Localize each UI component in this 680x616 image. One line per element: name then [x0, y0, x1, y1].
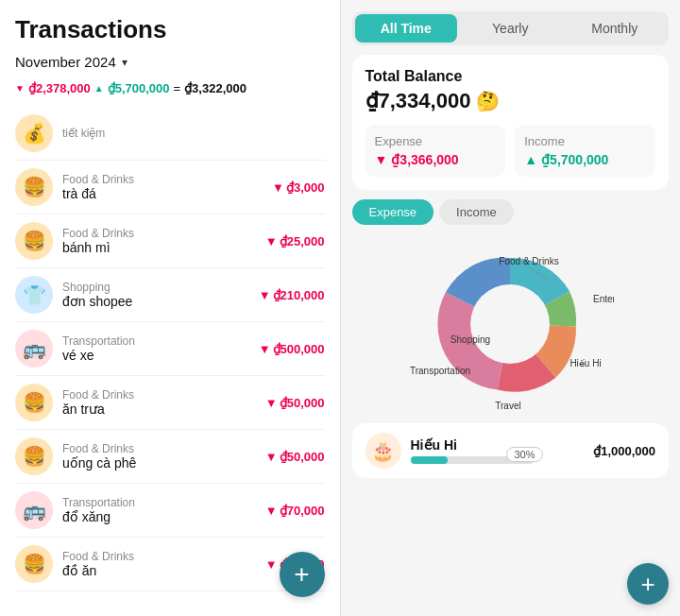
- chart-label-travel: Travel: [496, 401, 521, 411]
- transaction-icon: 🍔: [15, 222, 53, 260]
- transaction-name: uống cà phê: [62, 455, 265, 471]
- amount-arrow-icon: ▼: [265, 234, 278, 248]
- chart-label-transportation: Transportation: [410, 366, 470, 376]
- transaction-category: Shopping: [62, 281, 259, 294]
- transaction-amount: ▼₫25,000: [265, 234, 325, 248]
- transaction-icon: 🍔: [15, 384, 53, 421]
- transaction-icon: 🚌: [15, 330, 53, 368]
- list-item[interactable]: 🍔 Food & Drinks trà đá ▼₫3,000: [15, 161, 325, 214]
- amount-arrow-icon: ▼: [265, 450, 278, 464]
- tab-bar: All Time Yearly Monthly: [352, 11, 670, 45]
- transaction-amount: ▼₫3,000: [272, 180, 324, 195]
- tab-all-time[interactable]: All Time: [355, 14, 458, 43]
- month-label: November 2024: [15, 54, 116, 70]
- transaction-info: Food & Drinks trà đá: [62, 173, 272, 201]
- transaction-icon: 🍔: [15, 437, 53, 475]
- page-title: Transactions: [15, 15, 325, 44]
- transaction-category: Food & Drinks: [62, 227, 265, 240]
- transaction-category: Food & Drinks: [62, 388, 265, 402]
- amount-arrow-icon: ▼: [259, 342, 271, 356]
- bottom-item-icon: 🎂: [366, 433, 401, 469]
- transaction-info: Food & Drinks ăn trưa: [62, 388, 265, 417]
- list-item[interactable]: 🍔 Food & Drinks đồ ăn ▼₫70,000: [15, 538, 325, 591]
- amount-arrow-icon: ▼: [265, 396, 278, 410]
- expense-arrow-icon: ▼: [15, 83, 25, 94]
- right-panel: All Time Yearly Monthly Total Balance ₫7…: [341, 0, 681, 616]
- donut-chart: Food & Drinks Entertainment Shopping Tra…: [406, 234, 614, 414]
- add-chart-button[interactable]: +: [627, 563, 669, 605]
- transaction-name: ăn trưa: [62, 402, 265, 417]
- transaction-icon: 🚌: [15, 491, 53, 529]
- transaction-info: Food & Drinks bánh mì: [62, 227, 265, 255]
- transactions-list: 💰 tiết kiệm 🍔 Food & Drinks trà đá ▼₫3,0…: [15, 107, 325, 601]
- transaction-info: Food & Drinks đồ ăn: [62, 550, 265, 578]
- list-item[interactable]: 🍔 Food & Drinks bánh mì ▼₫25,000: [15, 214, 325, 268]
- income-label: Income: [524, 134, 646, 148]
- expense-box: Expense ▼ ₫3,366,000: [366, 125, 506, 177]
- amount-arrow-icon: ▼: [272, 180, 284, 195]
- expense-arrow-icon: ▼: [375, 152, 388, 167]
- chart-toggle: Expense Income: [352, 199, 670, 225]
- donut-hole: [470, 284, 550, 364]
- chart-label-hieu-hi: Hiếu Hi: [570, 358, 602, 368]
- income-amount: ▲ ₫5,700,000: [524, 152, 646, 167]
- transaction-amount: ▼₫210,000: [259, 288, 325, 302]
- transaction-info: Transportation vé xe: [62, 334, 259, 363]
- summary-income: ₫5,700,000: [108, 81, 170, 95]
- amount-arrow-icon: ▼: [265, 557, 278, 572]
- bottom-item-info: Hiếu Hi 30%: [411, 437, 585, 464]
- transaction-name: đơn shopee: [62, 294, 259, 309]
- transaction-name: bánh mì: [62, 240, 265, 255]
- transaction-category: Food & Drinks: [62, 550, 265, 563]
- income-arrow-icon: ▲: [94, 83, 104, 94]
- month-selector[interactable]: November 2024 ▾: [15, 54, 325, 70]
- amount-arrow-icon: ▼: [259, 288, 271, 302]
- list-item[interactable]: 🍔 Food & Drinks uống cà phê ▼₫50,000: [15, 430, 325, 484]
- income-toggle-button[interactable]: Income: [439, 199, 514, 225]
- bottom-item[interactable]: 🎂 Hiếu Hi 30% ₫1,000,000: [352, 423, 670, 478]
- list-item[interactable]: 🚌 Transportation đổ xăng ▼₫70,000: [15, 484, 325, 538]
- balance-card-amount: ₫7,334,000 🤔: [366, 89, 656, 113]
- transaction-amount: ▼₫50,000: [265, 396, 325, 410]
- chevron-down-icon: ▾: [122, 56, 128, 69]
- expense-toggle-button[interactable]: Expense: [352, 199, 434, 225]
- add-transaction-button[interactable]: +: [280, 552, 325, 597]
- summary-expense: ₫2,378,000: [28, 81, 91, 95]
- summary-equals: =: [174, 81, 181, 95]
- summary-balance: ₫3,322,000: [184, 81, 246, 95]
- expense-label: Expense: [375, 134, 497, 148]
- bottom-item-name: Hiếu Hi: [411, 437, 585, 453]
- balance-card-title: Total Balance: [366, 68, 656, 85]
- list-item[interactable]: 🍔 Food & Drinks ăn trưa ▼₫50,000: [15, 376, 325, 430]
- transaction-category: tiết kiệm: [62, 127, 325, 140]
- balance-row: Expense ▼ ₫3,366,000 Income ▲ ₫5,700,000: [366, 125, 656, 177]
- list-item[interactable]: 💰 tiết kiệm: [15, 107, 325, 161]
- transaction-name: đổ xăng: [62, 509, 265, 524]
- income-arrow-icon: ▲: [524, 152, 537, 167]
- chart-label-shopping: Shopping: [450, 334, 490, 345]
- balance-value: ₫7,334,000: [366, 89, 471, 113]
- transaction-info: tiết kiệm: [62, 127, 325, 140]
- progress-badge: 30%: [506, 447, 542, 462]
- transaction-category: Food & Drinks: [62, 442, 265, 455]
- list-item[interactable]: 👕 Shopping đơn shopee ▼₫210,000: [15, 268, 325, 322]
- balance-card: Total Balance ₫7,334,000 🤔 Expense ▼ ₫3,…: [352, 55, 670, 190]
- transaction-info: Food & Drinks uống cà phê: [62, 442, 265, 471]
- transaction-name: vé xe: [62, 348, 259, 363]
- amount-arrow-icon: ▼: [265, 504, 278, 518]
- left-panel: Transactions November 2024 ▾ ▼ ₫2,378,00…: [0, 0, 340, 616]
- transaction-icon: 💰: [15, 114, 53, 152]
- transaction-info: Shopping đơn shopee: [62, 281, 259, 309]
- expense-amount: ▼ ₫3,366,000: [375, 152, 497, 167]
- chart-label-food: Food & Drinks: [500, 256, 559, 266]
- chart-label-entertainment: Entertainment: [593, 294, 614, 304]
- income-box: Income ▲ ₫5,700,000: [515, 125, 655, 177]
- tab-monthly[interactable]: Monthly: [564, 14, 667, 43]
- transaction-name: đồ ăn: [62, 563, 265, 578]
- transaction-name: trà đá: [62, 186, 272, 201]
- bottom-item-amount: ₫1,000,000: [593, 444, 655, 458]
- list-item[interactable]: 🚌 Transportation vé xe ▼₫500,000: [15, 322, 325, 376]
- tab-yearly[interactable]: Yearly: [459, 14, 562, 43]
- progress-bar-fill: [411, 456, 448, 464]
- transaction-category: Food & Drinks: [62, 173, 272, 186]
